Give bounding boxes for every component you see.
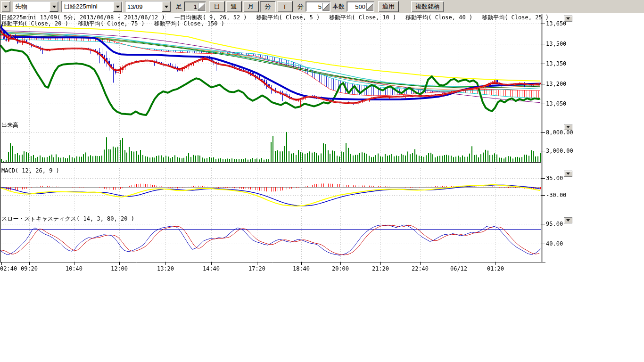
x-axis-label: 18:40 [293, 265, 310, 272]
chart-title: 日経225mini 13/09( 5分, 2013/06/08 - 2013/0… [1, 14, 165, 21]
chevron-down-icon[interactable] [50, 1, 58, 12]
price-panel-menu-button[interactable] [564, 16, 572, 22]
macd-axis-label: 35.00 [546, 175, 563, 181]
chevron-down-icon[interactable] [162, 1, 171, 12]
bar-type-label: 足 [176, 2, 182, 11]
symbol-select-value: 日経225mini [62, 1, 113, 12]
toolbar: 先物 日経225mini 13/09 足 1 日週月分T 分 5 本数 500 … [0, 0, 644, 13]
price-axis-label: 13,500 [546, 41, 566, 47]
chevron-down-icon [566, 219, 570, 222]
x-axis-label: 14:40 [203, 265, 220, 272]
indicator-label: 移動平均( Close, 5 ) [256, 14, 320, 21]
price-axis-label: 13,050 [546, 100, 566, 107]
period-button-週[interactable]: 週 [226, 1, 242, 12]
macd-panel-label: MACD( 12, 26, 9 ) [1, 168, 59, 174]
contract-month-value: 13/09 [125, 1, 162, 12]
period-button-T[interactable]: T [277, 1, 293, 12]
bar-count-label: 本数 [332, 2, 345, 11]
multi-symbol-button[interactable]: 複数銘柄 [411, 1, 444, 12]
stoch-axis-label: 95.00 [546, 221, 563, 227]
x-axis-label: 21:20 [372, 265, 389, 272]
period-button-日[interactable]: 日 [209, 1, 225, 12]
x-axis-label: 20:00 [332, 265, 349, 272]
indicator-label: 移動平均( Close, 20 ) [1, 20, 68, 27]
macd-axis-label: -30.00 [546, 192, 566, 198]
spinner-icon[interactable] [366, 3, 373, 11]
macd-panel-menu-button[interactable] [564, 171, 572, 177]
minutes-input[interactable]: 5 [305, 1, 330, 12]
chevron-down-icon[interactable] [113, 1, 122, 12]
x-axis-label: 22:40 [412, 265, 429, 272]
chevron-down-icon [566, 17, 570, 20]
category-select[interactable]: 先物 [13, 1, 59, 12]
period-button-月[interactable]: 月 [243, 1, 259, 12]
x-axis-label: 01:20 [487, 265, 504, 272]
bar-interval-input[interactable]: 1 [184, 1, 206, 12]
x-axis-label: 06/12 [450, 265, 467, 272]
symbol-select[interactable]: 日経225mini [61, 1, 123, 12]
spinner-icon[interactable] [322, 3, 330, 11]
period-button-分[interactable]: 分 [260, 1, 276, 12]
trading-app: { "toolbar": { "symbol_category": "先物", … [0, 0, 644, 362]
x-axis-label: 17:20 [248, 265, 265, 272]
volume-panel-label: 出来高 [1, 122, 18, 128]
spinner-icon[interactable] [198, 3, 205, 11]
chart-menu-dropdown-button[interactable] [1, 1, 10, 12]
stoch-panel-menu-button[interactable] [564, 217, 572, 223]
volume-axis-label: 3,000.00 [546, 148, 573, 154]
category-select-value: 先物 [13, 1, 50, 12]
chevron-down-icon [4, 6, 8, 8]
chevron-down-icon [566, 126, 570, 128]
indicator-label: 移動平均( Close, 150 ) [154, 20, 224, 27]
minutes-label: 分 [297, 2, 304, 11]
x-axis-label: 02:40 [0, 265, 17, 272]
price-axis-label: 13,200 [546, 81, 566, 87]
indicator-label: 移動平均( Close, 40 ) [405, 14, 472, 21]
x-axis-label: 13:20 [157, 265, 174, 272]
volume-panel-menu-button[interactable] [564, 124, 572, 130]
indicator-label: 移動平均( Close, 75 ) [78, 20, 145, 27]
price-axis-label: 13,650 [546, 20, 566, 27]
contract-month-select[interactable]: 13/09 [125, 1, 171, 12]
bar-count-input[interactable]: 500 [347, 1, 374, 12]
period-button-group: 日週月分T [208, 1, 293, 12]
chevron-down-icon [566, 173, 570, 175]
apply-button[interactable]: 適用 [378, 1, 399, 12]
indicator-label: 一目均衡表( 9, 26, 52 ) [174, 14, 247, 21]
volume-axis-label: 8,000.00 [546, 129, 573, 136]
price-axis-label: 13,350 [546, 60, 566, 67]
x-axis-label: 09:20 [21, 265, 38, 272]
stoch-axis-label: 40.00 [546, 240, 563, 247]
x-axis-label: 12:00 [111, 265, 128, 272]
x-axis-label: 10:40 [66, 265, 83, 272]
indicator-label: 移動平均( Close, 25 ) [482, 14, 549, 21]
stoch-panel-label: スロー・ストキャスティクス( 14, 3, 80, 20 ) [1, 216, 134, 222]
indicator-label: 移動平均( Close, 10 ) [329, 14, 396, 21]
chart-header-line2: 移動平均( Close, 20 )移動平均( Close, 75 )移動平均( … [1, 21, 234, 27]
